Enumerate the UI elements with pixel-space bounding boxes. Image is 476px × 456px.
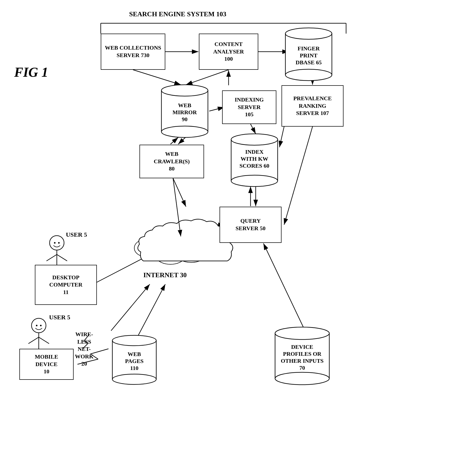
svg-point-81: [275, 372, 329, 385]
fig-title: FIG 1: [14, 65, 48, 80]
svg-point-56: [285, 28, 332, 39]
svg-text:WITH KW: WITH KW: [241, 156, 268, 162]
svg-text:PRINT: PRINT: [300, 52, 318, 59]
svg-text:70: 70: [299, 365, 305, 371]
svg-line-19: [173, 178, 186, 207]
svg-line-25: [111, 284, 150, 331]
svg-text:PROFILES OR: PROFILES OR: [283, 351, 322, 357]
svg-point-38: [54, 242, 56, 244]
svg-point-37: [50, 236, 64, 250]
svg-point-46: [36, 325, 37, 326]
svg-line-49: [28, 337, 39, 344]
svg-text:INDEX: INDEX: [245, 149, 264, 155]
svg-text:PAGES: PAGES: [125, 358, 144, 364]
internet-label: INTERNET 30: [143, 271, 187, 279]
svg-point-63: [161, 126, 208, 137]
svg-text:110: 110: [130, 365, 138, 371]
svg-point-30: [181, 231, 212, 252]
svg-point-35: [193, 242, 220, 259]
prevalence-ranking-server-box: PREVALENCERANKINGSERVER 107: [282, 85, 344, 127]
content-analyser-box: CONTENTANALYSER100: [199, 34, 258, 70]
svg-line-17: [284, 127, 313, 225]
svg-point-39: [58, 242, 60, 244]
svg-point-47: [40, 325, 42, 326]
indexing-server-box: INDEXINGSERVER105: [222, 90, 276, 124]
svg-line-50: [39, 337, 49, 344]
svg-text:DBASE 65: DBASE 65: [296, 59, 322, 66]
svg-text:SCORES 60: SCORES 60: [239, 163, 269, 169]
web-pages-cylinder: WEB PAGES 110: [111, 333, 158, 388]
svg-point-27: [134, 239, 160, 257]
wireless-network-label: WIRE-LESSNET-WORK20: [75, 331, 93, 368]
svg-point-62: [161, 85, 208, 96]
svg-line-42: [57, 254, 67, 261]
finger-print-dbase-cylinder: FINGER PRINT DBASE 65: [284, 26, 333, 83]
index-kw-scores-cylinder: INDEX WITH KW SCORES 60: [230, 132, 279, 189]
web-mirror-cylinder: WEB MIRROR 90: [160, 83, 209, 140]
svg-point-68: [231, 134, 278, 145]
svg-text:WEB: WEB: [128, 351, 141, 357]
svg-rect-36: [143, 251, 223, 261]
svg-point-33: [155, 245, 186, 264]
query-server-box: QUERYSERVER 50: [220, 207, 282, 243]
svg-point-29: [161, 229, 195, 252]
svg-line-26: [137, 284, 165, 338]
svg-text:MIRROR: MIRROR: [173, 109, 197, 115]
svg-point-80: [275, 327, 329, 339]
desktop-computer-box: DESKTOPCOMPUTER11: [35, 265, 97, 305]
diagram-container: FIG 1 SEARCH ENGINE SYSTEM 103 WEB COLLE…: [0, 0, 476, 456]
svg-point-45: [32, 318, 46, 333]
svg-point-57: [285, 69, 332, 81]
svg-line-53: [173, 178, 181, 236]
svg-point-34: [176, 244, 206, 262]
web-crawler-box: WEBCRAWLER(S)80: [139, 145, 204, 178]
svg-text:FINGER: FINGER: [298, 45, 320, 52]
search-engine-label: SEARCH ENGINE SYSTEM 103: [129, 10, 226, 18]
user5-bottom-label: USER 5: [49, 314, 70, 321]
mobile-device-box: MOBILEDEVICE10: [19, 349, 74, 380]
svg-text:OTHER INPUTS: OTHER INPUTS: [281, 358, 324, 364]
svg-point-32: [141, 243, 169, 261]
svg-text:DEVICE: DEVICE: [291, 344, 313, 350]
svg-line-41: [46, 254, 57, 261]
svg-point-75: [112, 374, 156, 384]
svg-point-28: [145, 233, 176, 253]
svg-line-14: [279, 127, 284, 147]
svg-text:90: 90: [182, 116, 188, 122]
web-collections-server-box: WEB COLLECTIONS SERVER 730: [101, 34, 165, 70]
user5-top-label: USER 5: [66, 231, 87, 238]
svg-text:WEB: WEB: [178, 102, 191, 109]
svg-point-69: [231, 175, 278, 187]
svg-point-74: [112, 335, 156, 346]
device-profiles-cylinder: DEVICE PROFILES OR OTHER INPUTS 70: [274, 326, 331, 388]
svg-line-18: [263, 243, 305, 330]
